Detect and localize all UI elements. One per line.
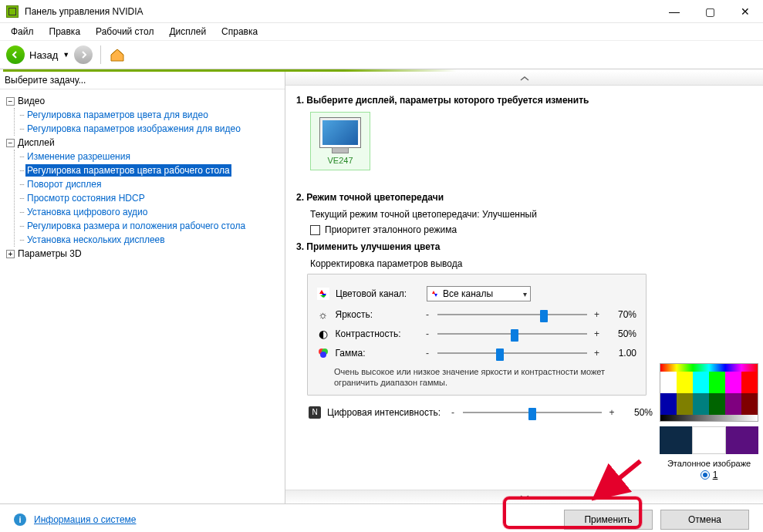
brightness-icon: ☼ (317, 308, 329, 321)
tree-item[interactable]: Установка нескольких дисплеев (25, 234, 167, 246)
tree-item[interactable]: Просмотр состояния HDCP (25, 192, 147, 204)
scroll-up-button[interactable] (285, 72, 763, 86)
contrast-slider[interactable] (437, 328, 587, 340)
reference-priority-checkbox[interactable]: Приоритет эталонного режима (310, 224, 752, 235)
gamma-label: Гамма: (336, 348, 418, 359)
info-icon: i (14, 513, 26, 526)
system-info-link[interactable]: Информация о системе (34, 514, 136, 525)
reference-radio-1[interactable] (701, 470, 710, 480)
apply-button[interactable]: Применить (564, 510, 653, 530)
window-title: Панель управления NVIDIA (25, 6, 657, 17)
gamma-note: Очень высокое или низкое значение яркост… (334, 366, 636, 389)
channel-label: Цветовой канал: (336, 288, 420, 299)
monitor-icon (319, 117, 361, 148)
menu-file[interactable]: Файл (3, 25, 42, 39)
menu-desktop[interactable]: Рабочий стол (88, 25, 161, 39)
channel-dropdown[interactable]: Все каналы (427, 286, 531, 301)
tree-item[interactable]: Поворот дисплея (25, 178, 103, 190)
titlebar: Панель управления NVIDIA — ▢ ✕ (0, 0, 763, 23)
tree-item[interactable]: Регулировка параметров цвета рабочего ст… (25, 164, 231, 177)
tree-toggle-3d[interactable]: + (6, 250, 15, 258)
contrast-label: Контрастность: (336, 328, 418, 339)
section1-title: 1. Выберите дисплей, параметры которого … (296, 95, 752, 106)
sidebar-header: Выберите задачу... (0, 72, 285, 89)
reference-radio-1-label: 1 (713, 470, 718, 480)
toolbar: Назад ▼ (0, 40, 763, 69)
tree-toggle-video[interactable]: − (6, 97, 15, 106)
digital-intensity-slider[interactable] (463, 406, 602, 419)
sidebar: Выберите задачу... −Видео ····Регулировк… (0, 72, 285, 503)
channel-icon (317, 288, 329, 300)
back-label: Назад (29, 49, 58, 61)
section2-title: 2. Режим точной цветопередачи (296, 192, 752, 203)
reference-preview: Эталонное изображе 1 (660, 363, 758, 480)
tree-item[interactable]: Установка цифрового аудио (25, 206, 149, 218)
minimize-button[interactable]: — (657, 0, 692, 23)
checkbox-icon (310, 225, 320, 235)
maximize-button[interactable]: ▢ (692, 0, 728, 23)
tree-item[interactable]: Изменение разрешения (25, 150, 132, 163)
digital-intensity-label: Цифровая интенсивность: (327, 407, 443, 418)
contrast-icon: ◐ (317, 328, 329, 340)
digital-intensity-icon: N (309, 406, 321, 419)
back-dropdown-icon[interactable]: ▼ (62, 51, 69, 59)
channel-value: Все каналы (443, 288, 493, 299)
scroll-down-button[interactable] (285, 490, 763, 503)
menu-edit[interactable]: Правка (42, 25, 89, 39)
close-button[interactable]: ✕ (728, 0, 763, 23)
digital-intensity-value: 50% (622, 407, 653, 418)
task-tree: −Видео ····Регулировка параметров цвета … (0, 89, 285, 503)
contrast-value: 50% (606, 328, 636, 339)
menu-display[interactable]: Дисплей (161, 25, 214, 39)
tree-item[interactable]: Регулировка параметров цвета для видео (25, 109, 210, 121)
footer: i Информация о системе Применить Отмена (0, 503, 763, 532)
monitor-label: VE247 (327, 156, 353, 165)
svg-point-3 (320, 352, 326, 358)
tree-toggle-display[interactable]: − (6, 139, 15, 147)
main-panel: 1. Выберите дисплей, параметры которого … (285, 72, 763, 503)
gamma-value: 1.00 (606, 348, 636, 359)
brightness-value: 70% (606, 309, 636, 320)
gamma-icon (317, 347, 329, 359)
brightness-label: Яркость: (336, 309, 418, 320)
gamma-slider[interactable] (437, 347, 587, 359)
tree-item[interactable]: Регулировка размера и положения рабочего… (25, 220, 247, 232)
toolbar-separator (100, 45, 101, 64)
cancel-button[interactable]: Отмена (660, 510, 749, 530)
tree-item[interactable]: Регулировка параметров изображения для в… (25, 123, 242, 135)
reference-image-label: Эталонное изображе (660, 459, 758, 468)
back-button[interactable] (6, 45, 25, 64)
nvidia-icon (6, 5, 19, 18)
output-correction-group: Цветовой канал: Все каналы ☼ Яркость: - … (307, 274, 647, 396)
current-mode-text: Текущий режим точной цветопередачи: Улуч… (310, 209, 752, 220)
section3-title: 3. Применить улучшения цвета (296, 241, 752, 252)
checkbox-label: Приоритет эталонного режима (325, 224, 457, 235)
monitor-thumbnail[interactable]: VE247 (310, 112, 370, 170)
dropdown-channel-icon (430, 289, 440, 298)
menubar: Файл Правка Рабочий стол Дисплей Справка (0, 23, 763, 40)
tree-cat-video[interactable]: Видео (18, 95, 45, 107)
forward-button[interactable] (74, 45, 93, 64)
group-subtitle: Корректировка параметров вывода (310, 258, 752, 269)
tree-cat-3d[interactable]: Параметры 3D (18, 247, 82, 260)
home-icon[interactable] (109, 46, 126, 63)
tree-cat-display[interactable]: Дисплей (18, 136, 55, 149)
menu-help[interactable]: Справка (214, 25, 265, 39)
brightness-slider[interactable] (437, 308, 587, 321)
